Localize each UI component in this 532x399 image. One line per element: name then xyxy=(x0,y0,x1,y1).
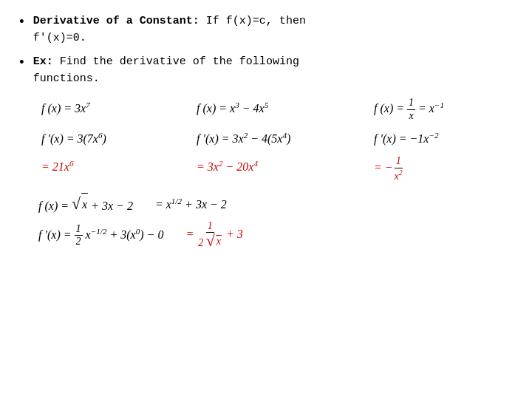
expr-fx-1-over-x: f (x) = 1x = x−1 xyxy=(371,95,532,125)
bottom-row2: f ′(x) = 12 x−1/2 + 3(x0) − 0 = 1 2 √ x … xyxy=(38,220,514,250)
bullet1-text1: If f(x)=c, then xyxy=(200,15,306,27)
expr-fpx-neg1x-2: f ′(x) = −1x−2 xyxy=(371,125,532,153)
math-grid-row2: f ′(x) = 3(7x6) f ′(x) = 3x2 − 4(5x4) f … xyxy=(38,125,514,153)
bullet1-section: • Derivative of a Constant: If f(x)=c, t… xyxy=(18,13,514,47)
expr-fx-x3-4x5: f (x) = x3 − 4x5 xyxy=(194,95,371,125)
bullet1-line1: • Derivative of a Constant: If f(x)=c, t… xyxy=(18,13,514,47)
bullet2-marker: • xyxy=(18,54,26,72)
result-neg1-over-x2: = −1x2 xyxy=(371,153,532,185)
bullet2-section: • Ex: Find the derivative of the followi… xyxy=(18,54,514,87)
bullet2-text2: functions. xyxy=(33,72,100,85)
math-grid-row3: = 21x6 = 3x2 − 20x4 = −1x2 xyxy=(38,153,514,185)
expr-sqrt-fpx: f ′(x) = 12 x−1/2 + 3(x0) − 0 xyxy=(38,222,163,249)
result-3x2-20x4: = 3x2 − 20x4 xyxy=(194,153,371,185)
bullet1-marker: • xyxy=(18,13,26,32)
expr-fx-3x7: f (x) = 3x7 xyxy=(38,95,194,125)
bullet2-text1: Find the derivative of the following xyxy=(53,55,299,68)
bottom-section: f (x) = √ x + 3x − 2 = x1/2 + 3x − 2 f ′… xyxy=(38,193,514,250)
expr-sqrt-fx: f (x) = √ x + 3x − 2 xyxy=(38,193,133,217)
expr-fpx-3-7x6: f ′(x) = 3(7x6) xyxy=(38,125,194,153)
expr-fpx-3x2-4-5x4: f ′(x) = 3x2 − 4(5x4) xyxy=(194,125,371,153)
bullet1-label: Derivative of a Constant: xyxy=(33,15,200,27)
bullet2-text: Ex: Find the derivative of the following… xyxy=(33,54,299,87)
expr-sqrt-fpx-result: = 1 2 √ x + 3 xyxy=(185,220,242,250)
bullet1-text2: f'(x)=0. xyxy=(33,32,86,44)
bullet2-label: Ex: xyxy=(33,55,53,68)
bullet2-line1: • Ex: Find the derivative of the followi… xyxy=(18,54,514,87)
bottom-row1: f (x) = √ x + 3x − 2 = x1/2 + 3x − 2 xyxy=(38,193,514,217)
bullet1-text: Derivative of a Constant: If f(x)=c, the… xyxy=(33,13,306,47)
result-21x6: = 21x6 xyxy=(38,153,194,185)
expr-sqrt-fx-alt: = x1/2 + 3x − 2 xyxy=(155,194,227,216)
math-grid-row1: f (x) = 3x7 f (x) = x3 − 4x5 f (x) = 1x … xyxy=(38,95,514,125)
